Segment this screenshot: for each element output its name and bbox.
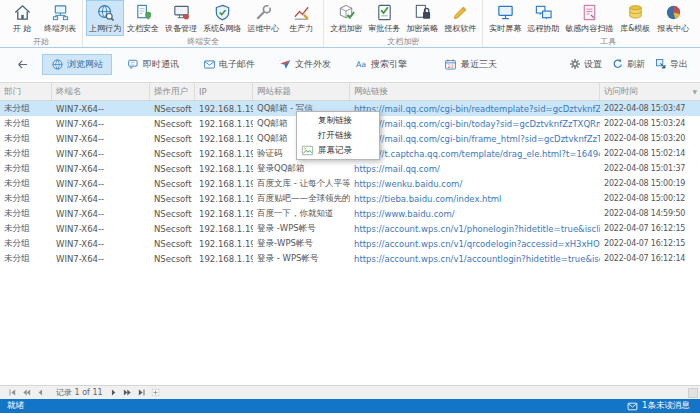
- context-menu-item-0[interactable]: 复制链接: [297, 113, 379, 128]
- cell-terminal: WIN7-X64--: [52, 239, 150, 249]
- tab-file-send[interactable]: 文件外发: [270, 54, 340, 75]
- cell-url[interactable]: https://wenku.baidu.com/: [350, 179, 600, 189]
- ribbon-item-productivity[interactable]: 生产力: [282, 0, 320, 36]
- ribbon-item-encrypt-policy[interactable]: 加密策略: [403, 0, 441, 36]
- ribbon-item-web-behavior[interactable]: 上网行为: [86, 0, 124, 36]
- ribbon-item-more[interactable]: 更多..: [692, 0, 700, 36]
- column-header-department[interactable]: 部门: [0, 83, 52, 100]
- pager-next-button[interactable]: [109, 388, 118, 397]
- cell-url[interactable]: https://mail.qq.com/cgi-bin/frame_html?s…: [350, 134, 600, 144]
- cell-url[interactable]: https://t.captcha.qq.com/template/drag_e…: [350, 149, 600, 159]
- cell-department: 未分组: [0, 223, 52, 235]
- ribbon-item-sys-network[interactable]: 系统&网络: [200, 0, 244, 36]
- back-button[interactable]: [12, 54, 32, 74]
- ribbon-item-realtime-screen[interactable]: 实时屏幕: [486, 0, 524, 36]
- report-center-icon: [664, 3, 683, 22]
- pager-add-button[interactable]: [151, 388, 160, 397]
- cell-ip: 192.168.1.190: [195, 179, 253, 189]
- ribbon-item-content-scan[interactable]: 敏感内容扫描: [562, 0, 616, 36]
- secondary-toolbar: 浏览网站即时通讯电子邮件文件外发Aa搜索引擎 23 最近三天 设置刷新导出: [0, 48, 700, 80]
- ribbon-item-doc-encrypt[interactable]: 文档加密: [327, 0, 365, 36]
- cell-url[interactable]: https://www.baidu.com/: [350, 209, 600, 219]
- ribbon-item-ops-center[interactable]: 运维中心: [244, 0, 282, 36]
- ribbon-item-approval-task[interactable]: 审批任务: [365, 0, 403, 36]
- ops-center-icon: [254, 3, 273, 22]
- ribbon-item-label: 库&模板: [620, 23, 650, 34]
- productivity-icon: [292, 3, 311, 22]
- ribbon-item-remote-assist[interactable]: 远程协助: [524, 0, 562, 36]
- sys-network-icon: [213, 3, 232, 22]
- cell-user: NSecsoft: [150, 119, 195, 129]
- cell-url[interactable]: https://tieba.baidu.com/index.html: [350, 194, 600, 204]
- ribbon-item-terminal-list[interactable]: 终端列表: [41, 0, 79, 36]
- cell-time: 2022-04-08 15:02:14: [600, 149, 700, 158]
- column-header-time[interactable]: 访问时间▼: [600, 83, 700, 100]
- ribbon-item-device-mgmt[interactable]: 设备管理: [162, 0, 200, 36]
- ribbon-item-library-template[interactable]: 库&模板: [616, 0, 654, 36]
- filter-caret-icon[interactable]: ▼: [692, 88, 697, 95]
- table-row[interactable]: 未分组WIN7-X64--NSecsoft192.168.1.190登录QQ邮箱…: [0, 161, 700, 176]
- ribbon-item-doc-security[interactable]: 文档安全: [124, 0, 162, 36]
- context-menu-item-1[interactable]: 打开链接: [297, 128, 379, 143]
- pager-record-text: 记录 1 of 11: [56, 387, 103, 398]
- cell-time: 2022-04-07 16:12:15: [600, 239, 700, 248]
- gear-icon: [569, 58, 581, 70]
- cell-ip: 192.168.1.190: [195, 149, 253, 159]
- context-menu-item-2[interactable]: 屏幕记录: [297, 143, 379, 158]
- web-behavior-icon: [96, 3, 115, 22]
- cell-terminal: WIN7-X64--: [52, 104, 150, 114]
- cell-time: 2022-04-08 15:03:20: [600, 134, 700, 143]
- table-row[interactable]: 未分组WIN7-X64--NSecsoft192.168.1.190登录 - W…: [0, 251, 700, 266]
- tab-label: 文件外发: [295, 58, 331, 71]
- pager-bar: 记录 1 of 11: [0, 385, 700, 399]
- ribbon-item-report-center[interactable]: 报表中心: [654, 0, 692, 36]
- cell-url[interactable]: https://mail.qq.com/: [350, 164, 600, 174]
- ribbon-item-label: 敏感内容扫描: [565, 23, 613, 34]
- cell-url[interactable]: https://mail.qq.com/cgi-bin/today?sid=gc…: [350, 119, 600, 129]
- scrollbar-corner[interactable]: [688, 388, 698, 398]
- column-header-title[interactable]: 网站标题: [253, 83, 350, 100]
- pager-prev-button[interactable]: [36, 388, 45, 397]
- cell-terminal: WIN7-X64--: [52, 149, 150, 159]
- tab-aa-text[interactable]: Aa搜索引擎: [346, 54, 416, 75]
- cell-ip: 192.168.1.190: [195, 254, 253, 264]
- table-row[interactable]: 未分组WIN7-X64--NSecsoft192.168.1.190登录-WPS…: [0, 236, 700, 251]
- table-row[interactable]: 未分组WIN7-X64--NSecsoft192.168.1.190登录 -WP…: [0, 221, 700, 236]
- cell-url[interactable]: https://mail.qq.com/cgi-bin/readtemplate…: [350, 104, 600, 114]
- gear-action-button[interactable]: 设置: [569, 58, 602, 71]
- tab-globe[interactable]: 浏览网站: [42, 54, 112, 75]
- tab-mail[interactable]: 电子邮件: [194, 54, 264, 75]
- pager-last-button[interactable]: [137, 388, 146, 397]
- pager-next-page-button[interactable]: [123, 388, 132, 397]
- cell-time: 2022-04-07 16:12:15: [600, 224, 700, 233]
- ribbon-item-label: 授权软件: [444, 23, 476, 34]
- file-send-icon: [279, 58, 292, 71]
- ribbon-item-home[interactable]: 开 始: [3, 0, 41, 36]
- cell-title: 百度一下，你就知道: [253, 208, 350, 220]
- refresh-action-button[interactable]: 刷新: [612, 58, 645, 71]
- cell-url[interactable]: https://account.wps.cn/v1/accountlogin?h…: [350, 254, 600, 264]
- column-header-user[interactable]: 操作用户: [150, 83, 195, 100]
- table-row[interactable]: 未分组WIN7-X64--NSecsoft192.168.1.190百度贴吧——…: [0, 191, 700, 206]
- cell-department: 未分组: [0, 163, 52, 175]
- pager-prev-page-button[interactable]: [22, 388, 31, 397]
- remote-assist-icon: [534, 3, 553, 22]
- cell-url[interactable]: https://account.wps.cn/v1/qrcodelogin?ac…: [350, 239, 600, 249]
- column-header-terminal[interactable]: 终端名: [52, 83, 150, 100]
- tab-chat[interactable]: 即时通讯: [118, 54, 188, 75]
- chat-icon: [127, 58, 140, 71]
- cell-department: 未分组: [0, 178, 52, 190]
- cell-time: 2022-04-08 15:03:47: [600, 104, 700, 113]
- ribbon-item-licensed-software[interactable]: 授权软件: [441, 0, 479, 36]
- table-row[interactable]: 未分组WIN7-X64--NSecsoft192.168.1.190百度一下，你…: [0, 206, 700, 221]
- unread-message-button[interactable]: 1条未读消息: [627, 400, 700, 412]
- date-range-filter-button[interactable]: 23 最近三天: [444, 58, 497, 71]
- column-header-ip[interactable]: IP: [195, 83, 253, 100]
- date-range-label: 最近三天: [461, 58, 497, 71]
- export-action-button[interactable]: 导出: [655, 58, 688, 71]
- terminal-list-icon: [51, 3, 70, 22]
- column-header-url[interactable]: 网站链接: [350, 83, 600, 100]
- table-row[interactable]: 未分组WIN7-X64--NSecsoft192.168.1.190百度文库 -…: [0, 176, 700, 191]
- pager-first-button[interactable]: [8, 388, 17, 397]
- cell-url[interactable]: https://account.wps.cn/v1/phonelogin?hid…: [350, 224, 600, 234]
